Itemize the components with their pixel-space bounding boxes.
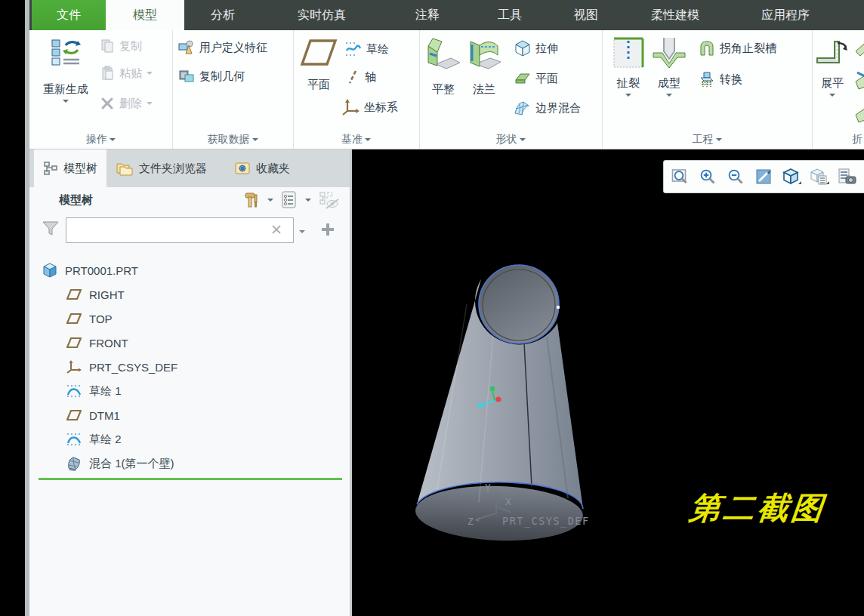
tree-item-dtm1[interactable]: DTM1	[29, 403, 350, 427]
form-button[interactable]: 成型	[650, 34, 688, 100]
tree-settings-dropdown[interactable]	[305, 199, 311, 205]
paste-button[interactable]: 粘贴	[100, 63, 153, 83]
saved-orientations-button[interactable]	[807, 165, 832, 189]
ribbon-group-engineering: 扯裂 成型 拐角止裂槽 转换 工程	[602, 30, 813, 149]
graphics-viewport[interactable]: Y X Z PRT_CSYS_DEF	[352, 149, 864, 616]
copy-geometry-button[interactable]: 复制几何	[178, 66, 245, 86]
tree-item-sketch-1[interactable]: 草绘 1	[29, 379, 350, 403]
zoom-out-button[interactable]	[723, 165, 748, 189]
tab-analysis[interactable]: 分析	[184, 0, 261, 30]
axis-button[interactable]: 轴	[345, 67, 376, 87]
add-filter-button[interactable]	[320, 222, 335, 237]
favorites-icon	[234, 161, 251, 176]
axis-icon	[345, 69, 360, 85]
csys-name-label: PRT_CSYS_DEF	[502, 515, 590, 528]
flatten-dropdown[interactable]	[829, 94, 835, 100]
clear-search-icon[interactable]	[271, 224, 282, 235]
group-label-operations[interactable]: 操作	[29, 133, 172, 146]
axis-label-x: X	[505, 496, 511, 507]
delete-button[interactable]: 删除	[100, 94, 153, 113]
plane-icon	[66, 409, 82, 421]
zoom-in-button[interactable]	[695, 165, 721, 189]
datum-plane-icon	[300, 34, 338, 72]
tree-insert-indicator[interactable]	[39, 478, 342, 480]
flat-icon	[425, 34, 461, 72]
model-3d-cone[interactable]: Y X Z PRT_CSYS_DEF	[352, 149, 864, 616]
tree-tools-dropdown[interactable]	[267, 199, 273, 205]
plane-icon	[66, 337, 82, 349]
convert-icon	[699, 71, 715, 88]
copy-geometry-icon	[178, 69, 195, 84]
group-label-engineering[interactable]: 工程	[602, 133, 812, 146]
tree-settings-button[interactable]	[280, 190, 298, 210]
tree-item-blend-1[interactable]: 混合 1(第一个壁)	[29, 451, 350, 476]
flange-button[interactable]: 法兰	[464, 34, 504, 95]
tab-favorites[interactable]: 收藏夹	[225, 149, 299, 187]
tree-hide-button[interactable]	[318, 190, 339, 210]
tab-annotate[interactable]: 注释	[382, 0, 473, 30]
tab-model[interactable]: 模型	[106, 0, 184, 30]
planar-button[interactable]: 平面	[514, 69, 558, 88]
tree-item-front[interactable]: FRONT	[29, 331, 350, 355]
sketch-button[interactable]: 草绘	[345, 39, 389, 59]
sketch-icon	[66, 384, 82, 398]
tab-model-tree[interactable]: 模型树	[34, 149, 106, 187]
extrude-icon	[514, 40, 531, 57]
corner-relief-button[interactable]: 拐角止裂槽	[699, 38, 776, 58]
regenerate-button[interactable]: 重新生成	[33, 34, 98, 106]
tab-flexible-modeling[interactable]: 柔性建模	[625, 0, 725, 30]
rip-button[interactable]: 扯裂	[609, 34, 647, 100]
form-icon	[652, 34, 687, 72]
tree-item-csys[interactable]: PRT_CSYS_DEF	[29, 355, 350, 379]
repaint-button[interactable]	[751, 165, 776, 189]
csys-button[interactable]: 坐标系	[341, 97, 398, 117]
copy-button[interactable]: 复制	[100, 36, 142, 56]
tab-view[interactable]: 视图	[547, 0, 625, 30]
tree-search-input[interactable]	[66, 217, 294, 243]
copy-icon	[100, 38, 115, 54]
tab-folder-browser[interactable]: 文件夹浏览器	[106, 149, 216, 187]
refit-button[interactable]	[667, 165, 693, 189]
flange-icon	[466, 34, 502, 72]
axis-label-y: Y	[485, 482, 491, 493]
form-dropdown[interactable]	[666, 94, 672, 100]
rip-dropdown[interactable]	[625, 94, 631, 100]
search-dropdown[interactable]	[299, 230, 305, 236]
group-label-get-data[interactable]: 获取数据	[172, 133, 293, 146]
ribbon-group-shapes: 平整 法兰 拉伸 平面 边界混合	[419, 30, 603, 149]
model-tree-panel: 模型树 文件夹浏览器 收藏夹 模型树	[29, 149, 352, 616]
tree-item-part[interactable]: PRT0001.PRT	[29, 258, 350, 282]
axis-label-z: Z	[467, 516, 474, 527]
panel-header: 模型树	[29, 187, 350, 214]
tab-file[interactable]: 文件	[32, 0, 106, 30]
boundary-blend-button[interactable]: 边界混合	[513, 98, 581, 118]
graphics-toolbar	[663, 160, 864, 193]
panel-tab-bar: 模型树 文件夹浏览器 收藏夹	[29, 149, 350, 187]
flatten-button[interactable]: 展平	[813, 34, 851, 100]
datum-plane-button[interactable]: 平面	[298, 34, 340, 91]
part-icon	[42, 263, 57, 278]
group-label-shapes[interactable]: 形状	[419, 133, 602, 146]
display-style-button[interactable]	[779, 165, 804, 189]
extrude-button[interactable]: 拉伸	[514, 38, 558, 58]
tree-tools-button[interactable]	[241, 190, 261, 210]
tree-item-right[interactable]: RIGHT	[29, 282, 350, 306]
plane-icon	[66, 313, 82, 325]
tree-item-top[interactable]: TOP	[29, 306, 350, 331]
tab-live-simulation[interactable]: 实时仿真	[261, 0, 382, 30]
model-tree-icon	[43, 161, 58, 176]
group-label-bend[interactable]: 折	[812, 133, 864, 146]
convert-button[interactable]: 转换	[699, 69, 742, 89]
udf-icon	[178, 40, 195, 55]
model-tree: PRT0001.PRT RIGHT TOP FRONT PRT_CSYS_DEF	[29, 251, 350, 480]
delete-icon	[100, 96, 115, 111]
filter-icon[interactable]	[42, 220, 60, 237]
tab-tools[interactable]: 工具	[473, 0, 547, 30]
regenerate-dropdown[interactable]	[63, 100, 69, 106]
group-label-datum[interactable]: 基准	[293, 133, 419, 146]
view-manager-button[interactable]	[835, 165, 860, 189]
tree-item-sketch-2[interactable]: 草绘 2	[29, 427, 350, 451]
udf-button[interactable]: 用户定义特征	[178, 38, 267, 57]
flat-button[interactable]: 平整	[424, 34, 463, 95]
tab-applications[interactable]: 应用程序	[725, 0, 846, 30]
